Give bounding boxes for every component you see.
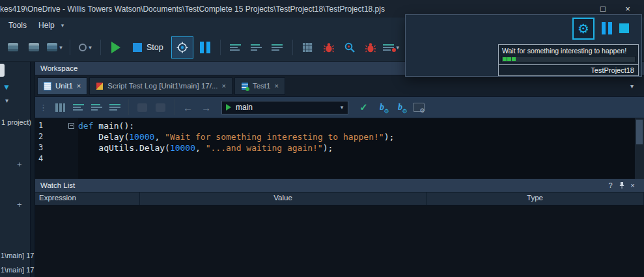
outdent-items-button[interactable] [268, 37, 287, 58]
menu-tools[interactable]: Tools [3, 19, 33, 32]
code-line[interactable]: 2 Delay(10000, "Wait for something inter… [35, 131, 634, 142]
code-area[interactable]: 1def main():2 Delay(10000, "Wait for som… [35, 118, 634, 179]
test-items-button[interactable] [227, 37, 245, 58]
log-item[interactable]: 1\main] 17 [1, 252, 34, 259]
run-button[interactable] [107, 37, 125, 58]
magnifier-icon [344, 42, 356, 53]
record-circle-icon [79, 44, 87, 51]
editor-options-button[interactable]: ⚙ [410, 99, 427, 115]
stop-button[interactable]: Stop [128, 37, 169, 58]
evaluate-button[interactable] [299, 37, 317, 58]
checkpoint-menu-button[interactable]: ▾ [46, 37, 64, 58]
record-button[interactable]: ▾ [76, 37, 94, 58]
close-icon[interactable]: × [77, 82, 81, 90]
log-icon [96, 82, 104, 90]
menu-help[interactable]: Help [33, 19, 61, 32]
checkpoint-button[interactable] [4, 37, 22, 58]
code-line[interactable]: 1def main(): [35, 120, 634, 131]
indicator-settings-button[interactable]: ⚙ [572, 18, 595, 40]
checklist-icon [241, 82, 249, 90]
tabs: Unit1×Script Test Log [Unit1\main] 17/..… [37, 77, 285, 95]
pause-button[interactable] [196, 37, 214, 58]
maximize-button[interactable]: □ [591, 4, 615, 14]
progress-bar [501, 56, 636, 62]
indicator-status: Wait for something interesting to happen… [498, 44, 639, 76]
help-icon[interactable]: ? [606, 181, 615, 189]
fold-marker-icon[interactable] [68, 123, 74, 129]
project-count-label: 1 project) [1, 118, 31, 126]
pause-on-target-button[interactable] [171, 36, 193, 59]
close-icon[interactable]: × [628, 181, 637, 189]
vertical-scrollbar[interactable] [634, 118, 644, 179]
window-title: kes419\OneDrive - Willis Towers Watson\D… [0, 5, 591, 14]
watch-list-title: Watch List [40, 181, 75, 189]
navigate-forward-button[interactable]: → [198, 99, 214, 115]
pause-bar-icon [608, 22, 612, 34]
filter-icon[interactable]: ▼ [3, 83, 10, 92]
routine-select[interactable]: main ▾ [221, 101, 348, 114]
routine-select-value: main [236, 103, 253, 112]
syntax-check-button[interactable]: ✓ [356, 99, 372, 115]
code-line[interactable]: 3 aqUtils.Delay(10000, "...and waiting a… [35, 142, 634, 153]
column-value[interactable]: Value [140, 192, 427, 205]
column-expression[interactable]: Expression [35, 192, 140, 205]
window-controls: □ × [591, 4, 644, 14]
test-indicator-overlay: ⚙ Wait for something interesting to happ… [405, 14, 642, 77]
toolbar-grip[interactable]: ⋮ [39, 103, 48, 112]
fold-column [64, 131, 78, 142]
close-icon[interactable]: × [221, 82, 225, 90]
watch-list-body[interactable] [35, 205, 644, 277]
unit-icon [44, 82, 51, 90]
breakpoint-list-icon [383, 44, 394, 51]
data-compare-button[interactable] [25, 37, 43, 58]
b-gear-button-1[interactable]: b⚙ [374, 99, 390, 115]
navigate-back-button[interactable]: ← [180, 99, 196, 115]
tab-label: Unit1 [55, 82, 73, 90]
pin-icon[interactable] [617, 181, 626, 189]
disabled-tool-button-2[interactable] [152, 99, 169, 115]
line-number: 4 [35, 153, 64, 165]
log-item[interactable]: 1\main] 17 [1, 266, 34, 274]
column-type[interactable]: Type [427, 192, 644, 205]
find-button[interactable] [341, 37, 359, 58]
indicator-pause-button[interactable] [602, 22, 612, 34]
calculator-icon [303, 43, 313, 52]
chevron-down-icon[interactable]: ▾ [61, 22, 64, 29]
debug-bug-button[interactable] [361, 37, 380, 58]
scrollbar-thumb[interactable] [636, 120, 643, 144]
tree-expander[interactable]: + [17, 159, 22, 169]
debug-run-button[interactable] [320, 37, 338, 58]
line-number: 1 [35, 120, 64, 131]
breakpoints-button[interactable]: ▾ [382, 37, 400, 58]
document-tab[interactable]: Test1× [234, 77, 285, 95]
workspace-panel: Workspace ? □ × Unit1×Script Test Log [U… [35, 62, 644, 277]
format-lines-button-1[interactable] [70, 99, 87, 115]
align-lines-icon [109, 104, 120, 111]
code-editor[interactable]: 1def main():2 Delay(10000, "Wait for som… [35, 118, 644, 179]
close-button[interactable]: × [615, 4, 640, 14]
tab-list-chevron-icon[interactable]: ▾ [630, 83, 634, 90]
code-text: aqUtils.Delay(10000, "...and waiting aga… [78, 142, 333, 153]
panel-splitter[interactable] [31, 62, 35, 277]
indent-items-button[interactable] [247, 37, 266, 58]
combo-chevron-icon[interactable]: ▾ [336, 101, 348, 114]
docked-tab-sliver[interactable] [0, 64, 5, 77]
disabled-tool-button-1[interactable] [134, 99, 150, 115]
stacked-blocks-icon [47, 43, 57, 51]
document-tab[interactable]: Script Test Log [Unit1\main] 17/...× [89, 77, 232, 95]
tree-expander[interactable]: + [17, 200, 22, 209]
code-outline-button[interactable] [52, 99, 68, 115]
indicator-stop-button[interactable] [619, 23, 629, 33]
b-gear-button-2[interactable]: b⚙ [392, 99, 408, 115]
code-line[interactable]: 4 [35, 153, 634, 165]
columns-icon [55, 103, 65, 112]
document-tab[interactable]: Unit1× [37, 77, 87, 95]
close-icon[interactable]: × [274, 82, 278, 90]
tab-label: Test1 [253, 82, 271, 90]
stop-label: Stop [147, 43, 163, 52]
gear-icon: ⚙ [402, 109, 407, 114]
play-icon [111, 42, 120, 53]
format-lines-button-3[interactable] [107, 99, 123, 115]
chevron-down-icon[interactable]: ▾ [5, 97, 8, 104]
format-lines-button-2[interactable] [89, 99, 105, 115]
